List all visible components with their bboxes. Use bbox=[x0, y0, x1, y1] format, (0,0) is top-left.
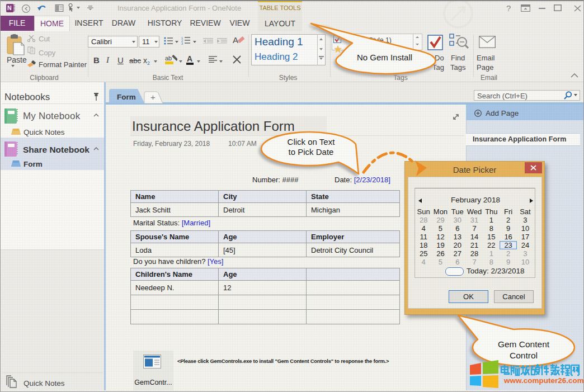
svg-text:Form: Form bbox=[117, 93, 136, 101]
svg-text:+: + bbox=[150, 92, 156, 102]
svg-text:A: A bbox=[233, 35, 238, 45]
svg-text:ab: ab bbox=[165, 55, 172, 62]
svg-text:3: 3 bbox=[181, 42, 183, 45]
svg-text:A: A bbox=[187, 54, 192, 63]
svg-text:N: N bbox=[7, 4, 12, 11]
